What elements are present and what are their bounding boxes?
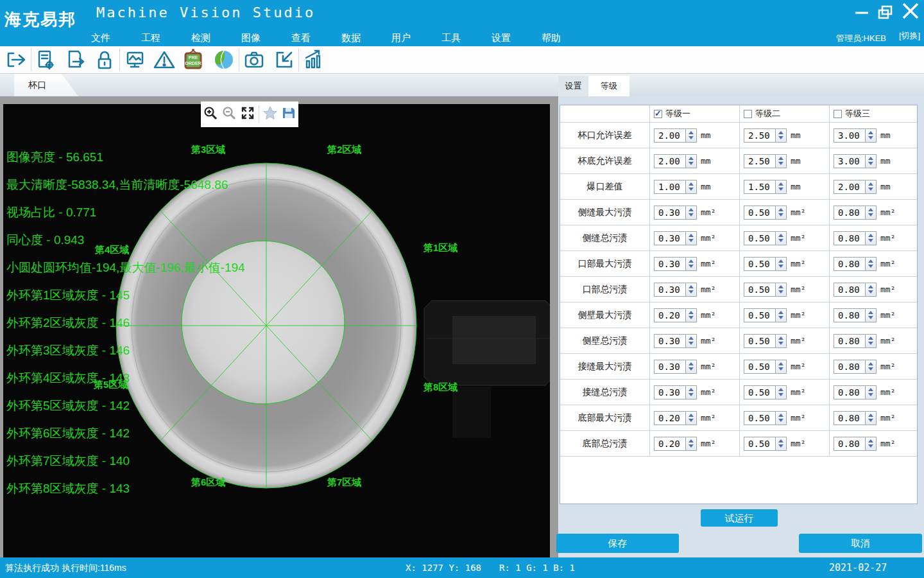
spin-up-icon[interactable] — [689, 182, 694, 186]
spin-down-icon[interactable] — [868, 265, 873, 268]
restore-button[interactable] — [875, 1, 896, 23]
value-input[interactable] — [654, 360, 686, 374]
spin-down-icon[interactable] — [778, 419, 783, 422]
menu-detect[interactable]: 检测 — [176, 30, 226, 46]
menu-view[interactable]: 查看 — [276, 30, 326, 46]
close-button[interactable] — [898, 0, 920, 22]
menu-tools[interactable]: 工具 — [426, 30, 476, 46]
spin-down-icon[interactable] — [689, 367, 694, 371]
zoom-out-icon[interactable] — [221, 105, 237, 123]
spin-down-icon[interactable] — [689, 213, 694, 216]
spinner-control[interactable] — [686, 385, 697, 399]
value-input[interactable] — [834, 257, 866, 271]
spin-down-icon[interactable] — [778, 316, 783, 319]
spinner-control[interactable] — [686, 411, 697, 425]
statistics-icon[interactable] — [301, 48, 325, 72]
grade1-checkbox[interactable] — [654, 110, 662, 118]
value-input[interactable] — [834, 180, 866, 194]
spinner-control[interactable] — [776, 180, 787, 194]
spin-down-icon[interactable] — [778, 265, 783, 268]
spin-up-icon[interactable] — [689, 285, 694, 288]
value-input[interactable] — [654, 308, 686, 322]
spin-down-icon[interactable] — [689, 342, 694, 345]
spin-down-icon[interactable] — [778, 393, 783, 396]
favorite-star-icon[interactable] — [262, 105, 278, 123]
camera-icon[interactable] — [242, 48, 266, 72]
spinner-control[interactable] — [686, 360, 697, 374]
menu-project[interactable]: 工程 — [126, 30, 176, 46]
spin-down-icon[interactable] — [689, 188, 694, 191]
menu-settings[interactable]: 设置 — [476, 30, 526, 46]
value-input[interactable] — [654, 154, 686, 168]
menu-file[interactable]: 文件 — [76, 30, 126, 46]
spinner-control[interactable] — [866, 206, 877, 220]
value-input[interactable] — [744, 360, 776, 374]
spin-down-icon[interactable] — [868, 367, 873, 371]
spinner-control[interactable] — [686, 128, 697, 143]
spin-down-icon[interactable] — [778, 188, 783, 191]
value-input[interactable] — [834, 154, 866, 168]
value-input[interactable] — [834, 283, 866, 297]
spin-up-icon[interactable] — [868, 157, 873, 160]
spin-down-icon[interactable] — [868, 419, 873, 422]
spin-up-icon[interactable] — [778, 388, 783, 391]
spin-down-icon[interactable] — [689, 136, 694, 139]
spin-down-icon[interactable] — [868, 290, 873, 293]
spin-up-icon[interactable] — [689, 311, 694, 314]
value-input[interactable] — [744, 411, 776, 425]
pre-order-sign-icon[interactable]: PRE ORDER — [181, 48, 205, 72]
spinner-control[interactable] — [866, 231, 877, 245]
spin-up-icon[interactable] — [778, 337, 783, 340]
spin-down-icon[interactable] — [689, 444, 694, 448]
value-input[interactable] — [654, 334, 686, 348]
value-input[interactable] — [654, 257, 686, 271]
spinner-control[interactable] — [686, 154, 697, 168]
value-input[interactable] — [744, 231, 776, 245]
spinner-control[interactable] — [686, 334, 697, 348]
spin-up-icon[interactable] — [689, 234, 694, 237]
spin-up-icon[interactable] — [689, 337, 694, 340]
spin-up-icon[interactable] — [778, 285, 783, 288]
spin-down-icon[interactable] — [689, 419, 694, 422]
value-input[interactable] — [654, 231, 686, 245]
document-settings-icon[interactable] — [33, 48, 57, 72]
spin-up-icon[interactable] — [689, 362, 694, 365]
spinner-control[interactable] — [776, 334, 787, 348]
value-input[interactable] — [744, 180, 776, 194]
spin-down-icon[interactable] — [778, 239, 783, 242]
value-input[interactable] — [744, 128, 776, 143]
spin-up-icon[interactable] — [689, 208, 694, 211]
spinner-control[interactable] — [866, 385, 877, 399]
spin-down-icon[interactable] — [778, 290, 783, 293]
spinner-control[interactable] — [686, 308, 697, 322]
value-input[interactable] — [654, 206, 686, 220]
switch-user-link[interactable]: [切换] — [899, 30, 920, 42]
spinner-control[interactable] — [866, 128, 877, 143]
spinner-control[interactable] — [866, 257, 877, 271]
value-input[interactable] — [834, 206, 866, 220]
spinner-control[interactable] — [776, 257, 787, 271]
spinner-control[interactable] — [776, 411, 787, 425]
spin-up-icon[interactable] — [868, 285, 873, 288]
spin-down-icon[interactable] — [868, 393, 873, 396]
save-image-icon[interactable] — [281, 105, 296, 123]
value-input[interactable] — [654, 128, 686, 143]
value-input[interactable] — [744, 385, 776, 399]
spin-up-icon[interactable] — [868, 362, 873, 365]
spinner-control[interactable] — [776, 206, 787, 220]
spin-up-icon[interactable] — [778, 311, 783, 314]
spin-up-icon[interactable] — [868, 259, 873, 263]
spin-up-icon[interactable] — [778, 208, 783, 211]
spin-up-icon[interactable] — [868, 182, 873, 186]
spinner-control[interactable] — [686, 437, 697, 451]
value-input[interactable] — [654, 283, 686, 297]
spinner-control[interactable] — [866, 360, 877, 374]
monitor-wave-icon[interactable] — [123, 48, 147, 72]
menu-image[interactable]: 图像 — [226, 30, 276, 46]
document-export-icon[interactable] — [63, 48, 87, 72]
spin-down-icon[interactable] — [868, 316, 873, 319]
warning-icon[interactable] — [152, 48, 176, 72]
spin-down-icon[interactable] — [868, 342, 873, 345]
spin-down-icon[interactable] — [689, 265, 694, 268]
spin-down-icon[interactable] — [868, 188, 873, 191]
